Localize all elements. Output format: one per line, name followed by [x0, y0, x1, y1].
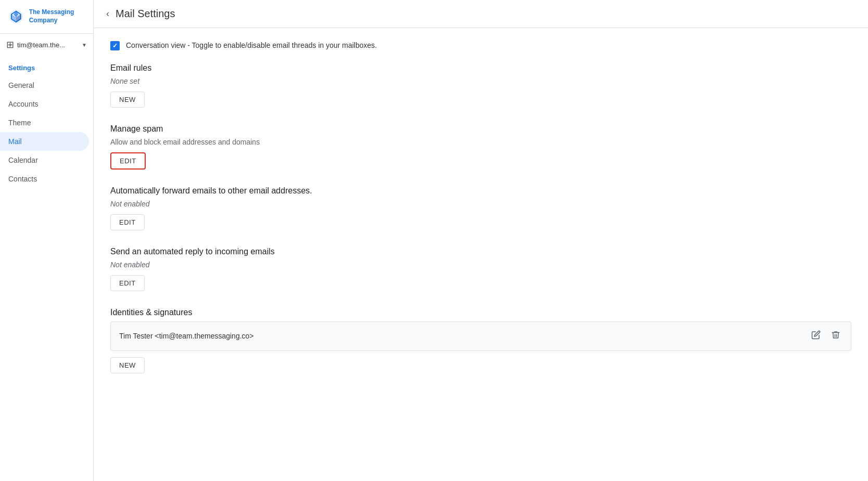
auto-forward-section: Automatically forward emails to other em… [110, 186, 851, 230]
email-rules-status: None set [110, 77, 851, 85]
sidebar-item-accounts[interactable]: Accounts [0, 95, 89, 113]
manage-spam-section: Manage spam Allow and block email addres… [110, 124, 851, 170]
identities-title: Identities & signatures [110, 308, 851, 317]
account-email: tim@team.the... [17, 41, 79, 49]
email-rules-title: Email rules [110, 63, 851, 73]
sidebar-item-general[interactable]: General [0, 76, 89, 95]
identity-delete-button[interactable] [829, 328, 843, 344]
sidebar-item-calendar[interactable]: Calendar [0, 151, 89, 170]
auto-reply-section: Send an automated reply to incoming emai… [110, 247, 851, 291]
auto-reply-edit-button[interactable]: EDIT [110, 275, 145, 291]
page-title: Mail Settings [116, 8, 175, 20]
identity-actions [809, 328, 843, 344]
grid-icon: ⊞ [6, 39, 14, 50]
pencil-icon [811, 330, 821, 340]
main-header: ‹ Mail Settings [94, 0, 868, 28]
sidebar-nav: General Accounts Theme Mail Calendar Con… [0, 76, 93, 188]
sidebar-item-contacts[interactable]: Contacts [0, 170, 89, 188]
email-rules-new-button[interactable]: NEW [110, 92, 145, 108]
conversation-view-label: Conversation view - Toggle to enable/dis… [126, 41, 377, 51]
manage-spam-edit-button[interactable]: EDIT [110, 152, 146, 170]
identity-edit-button[interactable] [809, 328, 823, 344]
auto-forward-status: Not enabled [110, 200, 851, 208]
conversation-view-checkbox[interactable] [110, 41, 120, 50]
sidebar: The Messaging Company ⊞ tim@team.the... … [0, 0, 94, 481]
identity-name: Tim Tester <tim@team.themessaging.co> [119, 332, 809, 340]
main-content: Conversation view - Toggle to enable/dis… [94, 28, 868, 481]
brand-name: The Messaging Company [29, 8, 85, 24]
trash-icon [831, 330, 840, 340]
sidebar-item-mail[interactable]: Mail [0, 132, 89, 151]
identities-section: Identities & signatures Tim Tester <tim@… [110, 308, 851, 373]
sidebar-item-theme[interactable]: Theme [0, 113, 89, 132]
settings-section-label: Settings [0, 56, 93, 76]
auto-forward-title: Automatically forward emails to other em… [110, 186, 851, 196]
auto-reply-status: Not enabled [110, 261, 851, 269]
account-selector[interactable]: ⊞ tim@team.the... ▼ [0, 34, 93, 56]
identities-new-button[interactable]: NEW [110, 357, 145, 373]
auto-forward-edit-button[interactable]: EDIT [110, 214, 145, 230]
manage-spam-title: Manage spam [110, 124, 851, 134]
back-button[interactable]: ‹ [106, 8, 109, 19]
chevron-down-icon: ▼ [82, 42, 87, 48]
auto-reply-title: Send an automated reply to incoming emai… [110, 247, 851, 256]
identity-row: Tim Tester <tim@team.themessaging.co> [110, 321, 851, 351]
main-panel: ‹ Mail Settings Conversation view - Togg… [94, 0, 868, 481]
sidebar-header: The Messaging Company [0, 0, 93, 34]
manage-spam-description: Allow and block email addresses and doma… [110, 138, 851, 146]
app-logo [8, 6, 24, 27]
conversation-view-row: Conversation view - Toggle to enable/dis… [110, 41, 851, 51]
email-rules-section: Email rules None set NEW [110, 63, 851, 108]
